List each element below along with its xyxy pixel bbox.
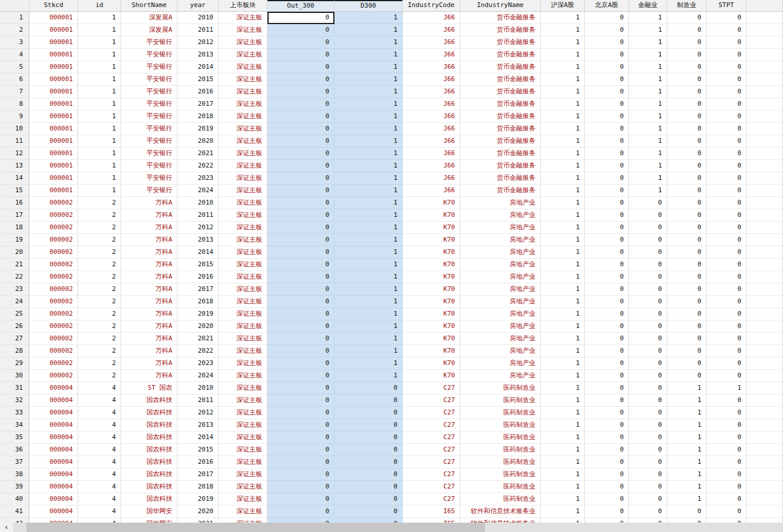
cell-board[interactable]: 深证主板 <box>219 135 267 148</box>
cell-blank[interactable] <box>747 172 783 185</box>
cell-id[interactable]: 2 <box>78 197 121 209</box>
cell-fin[interactable]: 0 <box>629 246 667 259</box>
cell-hs_a[interactable]: 1 <box>541 246 585 259</box>
cell-fin[interactable]: 1 <box>629 73 667 86</box>
cell-year[interactable]: 2018 <box>178 111 219 123</box>
cell-blank[interactable] <box>747 419 783 431</box>
cell-D300[interactable]: 1 <box>334 148 403 160</box>
cell-IndustryCode[interactable]: C27 <box>403 431 460 444</box>
cell-Out_300[interactable]: 0 <box>267 259 334 271</box>
cell-Stkcd[interactable]: 000001 <box>29 148 78 160</box>
cell-year[interactable]: 2022 <box>178 345 219 357</box>
cell-bj_a[interactable]: 0 <box>585 345 629 357</box>
cell-ShortName[interactable]: 万科A <box>121 370 178 382</box>
cell-STPT[interactable]: 0 <box>707 444 747 456</box>
cell-bj_a[interactable]: 0 <box>585 172 629 185</box>
cell-board[interactable]: 深证主板 <box>219 481 267 493</box>
cell-D300[interactable]: 0 <box>334 407 403 419</box>
cell-D300[interactable]: 1 <box>334 86 403 98</box>
cell-IndustryName[interactable]: 货币金融服务 <box>460 49 541 61</box>
cell-id[interactable]: 2 <box>78 234 121 246</box>
cell-Stkcd[interactable]: 000004 <box>29 518 78 523</box>
cell-fin[interactable]: 1 <box>629 86 667 98</box>
cell-Stkcd[interactable]: 000004 <box>29 407 78 419</box>
cell-Stkcd[interactable]: 000004 <box>29 456 78 469</box>
cell-board[interactable]: 深证主板 <box>219 148 267 160</box>
cell-D300[interactable]: 0 <box>334 419 403 431</box>
cell-bj_a[interactable]: 0 <box>585 197 629 209</box>
cell-board[interactable]: 深证主板 <box>219 394 267 407</box>
cell-fin[interactable]: 1 <box>629 123 667 135</box>
cell-blank[interactable] <box>747 308 783 320</box>
cell-STPT[interactable]: 0 <box>707 49 747 61</box>
cell-blank[interactable] <box>747 320 783 333</box>
cell-fin[interactable]: 0 <box>629 259 667 271</box>
cell-blank[interactable] <box>747 36 783 49</box>
cell-year[interactable]: 2019 <box>178 493 219 506</box>
cell-bj_a[interactable]: 0 <box>585 333 629 345</box>
cell-Stkcd[interactable]: 000001 <box>29 86 78 98</box>
cell-blank[interactable] <box>747 259 783 271</box>
cell-hs_a[interactable]: 1 <box>541 222 585 234</box>
cell-hs_a[interactable]: 1 <box>541 148 585 160</box>
cell-IndustryCode[interactable]: C27 <box>403 419 460 431</box>
cell-D300[interactable]: 0 <box>334 469 403 481</box>
cell-ShortName[interactable]: 深发展A <box>121 24 178 36</box>
cell-IndustryCode[interactable]: J66 <box>403 49 460 61</box>
cell-Out_300[interactable]: 0 <box>267 197 334 209</box>
cell-ShortName[interactable]: 国农科技 <box>121 469 178 481</box>
cell-id[interactable]: 4 <box>78 469 121 481</box>
row-number[interactable]: 25 <box>0 308 29 320</box>
cell-year[interactable]: 2013 <box>178 234 219 246</box>
cell-STPT[interactable]: 0 <box>707 135 747 148</box>
cell-D300[interactable]: 0 <box>334 518 403 523</box>
cell-hs_a[interactable]: 1 <box>541 333 585 345</box>
cell-D300[interactable]: 1 <box>334 333 403 345</box>
cell-IndustryName[interactable]: 房地产业 <box>460 308 541 320</box>
cell-mfg[interactable]: 0 <box>667 246 707 259</box>
cell-fin[interactable]: 0 <box>629 481 667 493</box>
cell-STPT[interactable]: 0 <box>707 172 747 185</box>
cell-board[interactable]: 深证主板 <box>219 123 267 135</box>
cell-blank[interactable] <box>747 333 783 345</box>
cell-hs_a[interactable]: 1 <box>541 271 585 283</box>
cell-blank[interactable] <box>747 98 783 111</box>
cell-IndustryCode[interactable]: J66 <box>403 86 460 98</box>
cell-blank[interactable] <box>747 73 783 86</box>
cell-Out_300[interactable]: 0 <box>267 431 334 444</box>
cell-fin[interactable]: 1 <box>629 135 667 148</box>
cell-blank[interactable] <box>747 382 783 394</box>
cell-bj_a[interactable]: 0 <box>585 444 629 456</box>
row-number[interactable]: 27 <box>0 333 29 345</box>
cell-STPT[interactable]: 0 <box>707 197 747 209</box>
cell-D300[interactable]: 1 <box>334 172 403 185</box>
cell-hs_a[interactable]: 1 <box>541 357 585 370</box>
cell-board[interactable]: 深证主板 <box>219 296 267 308</box>
cell-board[interactable]: 深证主板 <box>219 506 267 518</box>
row-number[interactable]: 13 <box>0 160 29 172</box>
cell-blank[interactable] <box>747 24 783 36</box>
cell-blank[interactable] <box>747 345 783 357</box>
cell-bj_a[interactable]: 0 <box>585 49 629 61</box>
cell-id[interactable]: 1 <box>78 49 121 61</box>
cell-year[interactable]: 2023 <box>178 357 219 370</box>
cell-Stkcd[interactable]: 000002 <box>29 370 78 382</box>
cell-hs_a[interactable]: 1 <box>541 36 585 49</box>
cell-hs_a[interactable]: 1 <box>541 24 585 36</box>
cell-bj_a[interactable]: 0 <box>585 24 629 36</box>
cell-IndustryCode[interactable]: K70 <box>403 370 460 382</box>
cell-id[interactable]: 2 <box>78 308 121 320</box>
cell-hs_a[interactable]: 1 <box>541 73 585 86</box>
cell-Out_300[interactable]: 0 <box>267 283 334 296</box>
cell-bj_a[interactable]: 0 <box>585 394 629 407</box>
cell-blank[interactable] <box>747 111 783 123</box>
cell-blank[interactable] <box>747 283 783 296</box>
column-header-id[interactable]: id <box>78 0 121 12</box>
cell-mfg[interactable]: 1 <box>667 431 707 444</box>
cell-IndustryCode[interactable]: J66 <box>403 111 460 123</box>
cell-fin[interactable]: 0 <box>629 296 667 308</box>
cell-D300[interactable]: 1 <box>334 234 403 246</box>
cell-fin[interactable]: 0 <box>629 222 667 234</box>
cell-IndustryCode[interactable]: C27 <box>403 407 460 419</box>
row-number[interactable]: 1 <box>0 12 29 24</box>
